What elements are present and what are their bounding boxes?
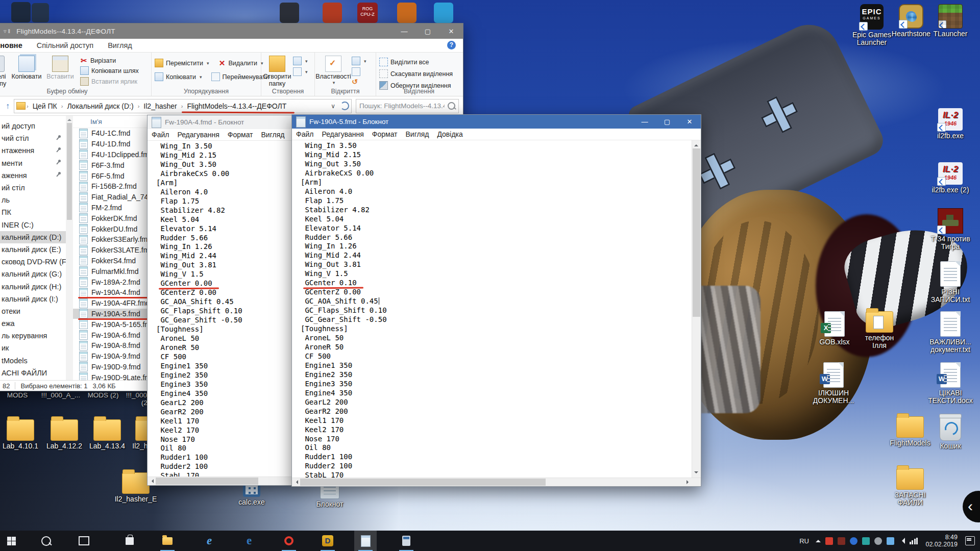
desktop-icon-zapasni-folder[interactable]: ЗАПАСНІФАЙЛИ [880, 468, 940, 507]
refresh-icon[interactable] [340, 102, 349, 110]
desktop-icon-vazhlyvyi-document[interactable]: ВАЖЛИВИ...документ.txt [921, 311, 980, 354]
desktop-icon-ilyushin-document[interactable]: W ІЛЮШИНДОКУМЕН... [804, 362, 863, 405]
properties-button[interactable]: Властивості▾ [315, 55, 352, 85]
sidebar-item[interactable]: ий стіл [0, 182, 66, 194]
scroll-up-icon[interactable] [67, 117, 71, 121]
sidebar-item[interactable]: кальний диск (E:) [0, 243, 66, 256]
menu-file[interactable]: Файл [148, 131, 173, 139]
paste-button[interactable]: Вставити [43, 55, 77, 80]
sidebar-item[interactable]: кальний диск (D:) [0, 231, 66, 243]
sidebar-item[interactable]: ик [0, 342, 66, 354]
delete-button[interactable]: ✕Видалити▾ [218, 59, 263, 67]
minimize-button[interactable]: — [633, 115, 656, 129]
vertical-scrollbar[interactable] [692, 140, 701, 478]
taskbar-edge-icon[interactable]: e [238, 531, 260, 551]
desktop-icon-recycle-bin[interactable]: Кошик [921, 415, 980, 450]
language-indicator[interactable]: RU [797, 537, 811, 545]
taskbar-calculator-icon[interactable] [395, 531, 418, 551]
menu-help[interactable]: Довідка [433, 130, 467, 138]
desktop-icon-partial[interactable] [32, 3, 49, 22]
menu-view[interactable]: Вигляд [257, 131, 289, 139]
scrollbar-thumb[interactable] [693, 148, 700, 317]
taskbar-explorer-icon[interactable] [156, 531, 179, 551]
tray-icon-teal[interactable] [862, 537, 870, 545]
address-dropdown-icon[interactable]: ∨ [331, 103, 335, 110]
sidebar-item[interactable]: ль керування [0, 330, 66, 342]
scroll-left-icon[interactable] [150, 479, 154, 483]
sidebar-item[interactable]: нтаження [0, 144, 66, 157]
sidebar-item[interactable]: ежа [0, 317, 66, 330]
minimize-button[interactable]: — [393, 23, 416, 39]
sidebar-item[interactable]: ПК [0, 206, 66, 218]
desktop-icon-flame[interactable] [323, 3, 342, 23]
search-input[interactable]: Пошук: FlightModels--4.13.4... [356, 99, 459, 113]
tab-view[interactable]: Вигляд [101, 40, 139, 52]
scrollbar-thumb[interactable] [156, 478, 258, 485]
pin-to-quick-access-button[interactable]: панеліоступу [0, 55, 10, 87]
nav-scrollbar[interactable] [66, 116, 73, 380]
tray-icon-blue[interactable] [850, 537, 857, 545]
sidebar-item[interactable]: аження [0, 169, 66, 182]
scroll-up-icon[interactable] [694, 142, 698, 146]
network-icon[interactable] [910, 538, 918, 544]
sidebar-item[interactable]: менти [0, 157, 66, 169]
desktop-icon-partial[interactable] [11, 2, 31, 22]
desktop-icon-t34[interactable]: Т-34 противТигра [921, 208, 980, 251]
breadcrumb-this-pc[interactable]: Цей ПК [30, 102, 60, 110]
up-arrow-icon[interactable]: ↑ [6, 102, 10, 111]
tray-icon-grey[interactable] [874, 537, 882, 545]
start-button[interactable] [0, 531, 22, 551]
menu-edit[interactable]: Редагування [317, 130, 368, 138]
desktop-icon-telefon-folder[interactable]: телефонІлля [850, 311, 909, 349]
breadcrumb-disk-d[interactable]: Локальний диск (D:) [64, 102, 136, 110]
desktop-icon-cpuz[interactable]: ROG CPU-Z [357, 3, 378, 23]
scrollbar-thumb[interactable] [67, 123, 72, 220]
copy-path-button[interactable]: Копіювати шлях [80, 66, 139, 75]
volume-icon[interactable] [899, 538, 905, 544]
maximize-button[interactable]: ▢ [416, 23, 439, 39]
explorer-titlebar[interactable]: ▿ ‖ FlightModels--4.13.4--ДЕФОЛТ — ▢ ✕ [0, 23, 463, 39]
desktop-icon-blue[interactable] [434, 3, 453, 23]
close-button[interactable]: ✕ [439, 23, 463, 39]
open-button[interactable]: ▾ [352, 57, 366, 65]
move-to-button[interactable]: Перемістити▾ [155, 59, 209, 67]
sidebar-item[interactable]: АСНІ ФАЙЛИ [0, 367, 66, 379]
desktop-icon-il2fb-2[interactable]: IL·21946 il2fb.exe (2) [921, 162, 980, 194]
desktop-icon-rizni-zapysy[interactable]: РІЗНІЗАПИСИ.txt [921, 261, 980, 304]
new-item-button[interactable]: ▾ [293, 57, 308, 65]
sidebar-item[interactable]: INER (C:) [0, 219, 66, 231]
sidebar-item[interactable]: ий доступ [0, 120, 66, 132]
easy-access-button[interactable]: ▾ [293, 67, 308, 76]
horizontal-scrollbar[interactable] [292, 478, 701, 486]
scroll-right-icon[interactable] [687, 480, 691, 484]
select-all-button[interactable]: Виділити все [379, 58, 462, 66]
desktop-icon-gamepad[interactable] [280, 3, 299, 23]
horizontal-scrollbar[interactable] [148, 477, 294, 485]
select-none-button[interactable]: Скасувати виділення [379, 69, 462, 78]
menu-format[interactable]: Формат [224, 131, 257, 139]
sidebar-item[interactable]: кальний диск (G:) [0, 268, 66, 280]
desktop-label-mods[interactable]: MODS [1, 391, 34, 399]
taskbar-daemon-icon[interactable]: D [316, 531, 339, 551]
hidden-icons-chevron[interactable] [816, 537, 821, 542]
tab-share[interactable]: Спільний доступ [30, 40, 101, 52]
tab-home[interactable]: Основне [0, 40, 30, 52]
tray-icon-darkred[interactable] [838, 537, 845, 545]
taskbar-notepad-icon[interactable] [354, 531, 377, 551]
rename-button[interactable]: Перейменувати [211, 72, 269, 81]
menu-format[interactable]: Формат [368, 130, 402, 138]
scroll-down-icon[interactable] [694, 471, 698, 475]
menu-file[interactable]: Файл [292, 130, 317, 138]
taskbar-opera-icon[interactable] [278, 531, 300, 551]
notepad-titlebar[interactable]: Fw-190A-4.fmd - Блокнот [148, 115, 294, 129]
menu-view[interactable]: Вигляд [402, 130, 433, 138]
desktop-icon-orange[interactable] [397, 3, 416, 23]
task-view-button[interactable] [72, 531, 95, 551]
paste-shortcut-button[interactable]: Вставити ярлик [80, 77, 139, 86]
scroll-left-icon[interactable] [294, 480, 298, 484]
breadcrumb[interactable]: › Цей ПК › Локальний диск (D:) › Il2_has… [14, 99, 352, 113]
desktop-icon-cikavi-teksty[interactable]: W ЦІКАВІТЕКСТИ.docx [921, 362, 980, 405]
breadcrumb-flightmodels[interactable]: FlightModels--4.13.4--ДЕФОЛТ [184, 102, 289, 110]
breadcrumb-il2hasher[interactable]: Il2_hasher [140, 102, 180, 110]
taskbar-ie-icon[interactable]: e [198, 531, 220, 551]
